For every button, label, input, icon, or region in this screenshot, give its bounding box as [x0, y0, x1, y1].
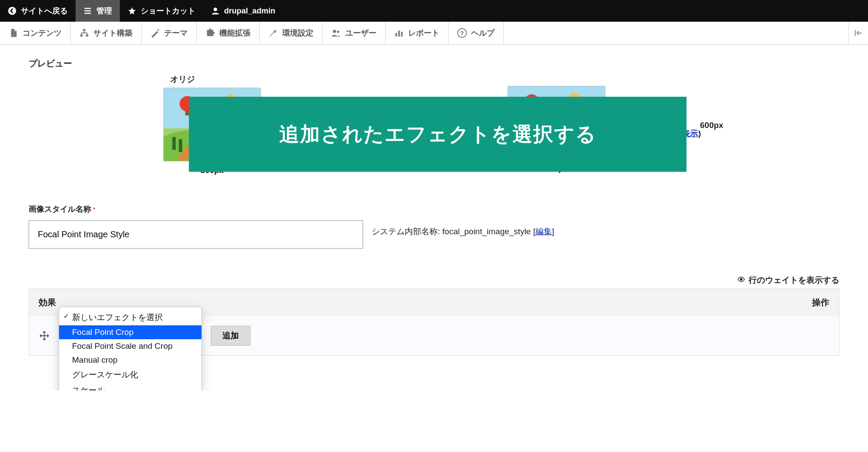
machine-name-label: システム内部名称: [372, 227, 440, 236]
style-name-label: 画像スタイル名称 [29, 205, 91, 213]
help-icon: ? [457, 28, 467, 38]
style-name-input[interactable] [29, 220, 363, 249]
machine-name-edit-link[interactable]: 編集 [535, 227, 552, 236]
main-content: 追加されたエフェクトを選択する プレビュー オリジ [0, 45, 868, 390]
admin-reports[interactable]: レポート [386, 22, 449, 44]
svg-point-6 [333, 30, 336, 33]
toolbar-user[interactable]: drupal_admin [203, 0, 283, 22]
svg-rect-22 [172, 137, 176, 150]
bar-chart-icon [394, 28, 404, 38]
hamburger-icon [83, 7, 92, 15]
admin-structure-label: サイト構築 [93, 28, 132, 38]
effect-option[interactable]: Focal Point Scale and Crop [59, 339, 201, 353]
sitemap-icon [79, 28, 89, 38]
admin-spacer [504, 22, 849, 44]
svg-rect-2 [83, 29, 86, 31]
admin-help-label: ヘルプ [471, 28, 495, 38]
preview-styled-height: 600px [700, 121, 723, 130]
row-weights-toggle[interactable]: 行のウェイトを表示する [29, 275, 839, 286]
svg-rect-10 [401, 32, 403, 36]
svg-point-0 [8, 7, 16, 15]
effects-add-row: 新しいエフェクトを選択 ▾ 新しいエフェクトを選択Focal Point Cro… [29, 316, 839, 355]
toolbar-top: サイトへ戻る 管理 ショートカット drupal_admin [0, 0, 868, 22]
svg-text:?: ? [460, 30, 464, 37]
toolbar-manage-label: 管理 [96, 6, 112, 16]
svg-rect-4 [86, 35, 89, 37]
user-icon [211, 7, 220, 15]
effect-option[interactable]: Manual crop [59, 353, 201, 367]
toolbar-manage[interactable]: 管理 [76, 0, 120, 22]
admin-extend[interactable]: 機能拡張 [197, 22, 260, 44]
svg-point-7 [337, 31, 340, 33]
effects-header-operations: 操作 [755, 297, 829, 308]
required-marker: * [93, 206, 95, 213]
puzzle-icon [205, 28, 215, 38]
eye-icon [737, 275, 745, 285]
toolbar-back-label: サイトへ戻る [21, 6, 68, 16]
wrench-icon [268, 28, 278, 38]
admin-config[interactable]: 環境設定 [260, 22, 323, 44]
effect-option[interactable]: Focal Point Crop [59, 325, 201, 339]
admin-config-label: 環境設定 [282, 28, 314, 38]
admin-people-label: ユーザー [345, 28, 376, 38]
svg-point-5 [158, 29, 159, 31]
admin-appearance[interactable]: テーマ [142, 22, 197, 44]
collapse-icon [854, 28, 863, 38]
effect-option[interactable]: グレースケール化 [59, 367, 201, 383]
arrow-left-circle-icon [8, 7, 17, 15]
people-icon [331, 28, 341, 38]
admin-reports-label: レポート [408, 28, 439, 38]
admin-menu: コンテンツ サイト構築 テーマ 機能拡張 環境設定 ユーザー レポート ? ヘル… [0, 22, 868, 45]
svg-rect-9 [398, 31, 400, 37]
wand-icon [150, 28, 160, 38]
svg-rect-8 [396, 33, 397, 36]
toolbar-shortcuts-label: ショートカット [141, 6, 195, 16]
add-effect-button[interactable]: 追加 [211, 326, 251, 346]
machine-name-block: システム内部名称: focal_point_image_style [編集] [372, 226, 554, 237]
annotation-banner: 追加されたエフェクトを選択する [189, 97, 686, 172]
admin-orientation-toggle[interactable] [849, 22, 868, 44]
svg-point-1 [214, 8, 217, 11]
preview-original-caption: オリジ [163, 74, 195, 85]
row-weights-label: 行のウェイトを表示する [749, 275, 839, 285]
preview-view-paren: ) [698, 129, 701, 138]
star-icon [128, 7, 136, 15]
effect-option[interactable]: スケール [59, 383, 201, 390]
effect-option[interactable]: 新しいエフェクトを選択 [59, 310, 201, 325]
effect-select-wrap: 新しいエフェクトを選択 ▾ 新しいエフェクトを選択Focal Point Cro… [59, 326, 202, 346]
effect-dropdown: 新しいエフェクトを選択Focal Point CropFocal Point S… [59, 307, 202, 390]
admin-people[interactable]: ユーザー [323, 22, 386, 44]
toolbar-back[interactable]: サイトへ戻る [0, 0, 76, 22]
style-name-field: 画像スタイル名称* システム内部名称: focal_point_image_st… [29, 204, 839, 249]
admin-content-label: コンテンツ [23, 28, 62, 38]
machine-name-value: focal_point_image_style [442, 227, 531, 236]
svg-rect-3 [80, 35, 83, 37]
toolbar-shortcuts[interactable]: ショートカット [120, 0, 203, 22]
svg-rect-23 [179, 139, 182, 152]
admin-appearance-label: テーマ [164, 28, 188, 38]
admin-content[interactable]: コンテンツ [0, 22, 71, 44]
preview-heading: プレビュー [29, 58, 839, 69]
drag-handle-icon[interactable] [39, 330, 50, 341]
toolbar-user-label: drupal_admin [224, 7, 275, 16]
admin-structure[interactable]: サイト構築 [71, 22, 142, 44]
admin-help[interactable]: ? ヘルプ [449, 22, 504, 44]
file-icon [9, 28, 18, 38]
svg-point-39 [740, 278, 743, 281]
admin-extend-label: 機能拡張 [219, 28, 251, 38]
effects-table: 効果 操作 新しいエフェクトを選択 ▾ 新しいエフェクトを選択Focal Poi… [29, 288, 839, 356]
annotation-banner-text: 追加されたエフェクトを選択する [279, 121, 597, 148]
